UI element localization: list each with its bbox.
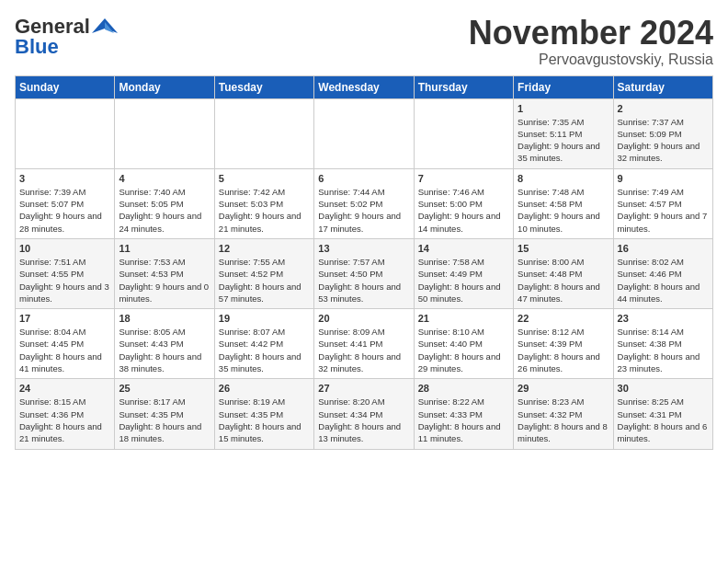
- calendar-cell: 24Sunrise: 8:15 AM Sunset: 4:36 PM Dayli…: [16, 379, 115, 449]
- day-number: 27: [318, 383, 409, 394]
- calendar-week-row: 1Sunrise: 7:35 AM Sunset: 5:11 PM Daylig…: [16, 98, 713, 168]
- day-detail: Sunrise: 8:15 AM Sunset: 4:36 PM Dayligh…: [19, 396, 110, 444]
- calendar-cell: 10Sunrise: 7:51 AM Sunset: 4:55 PM Dayli…: [16, 238, 115, 308]
- day-detail: Sunrise: 8:02 AM Sunset: 4:46 PM Dayligh…: [618, 256, 709, 304]
- day-number: 5: [219, 173, 310, 184]
- calendar-cell: 29Sunrise: 8:23 AM Sunset: 4:32 PM Dayli…: [514, 379, 613, 449]
- day-number: 24: [19, 383, 110, 394]
- day-number: 28: [418, 383, 509, 394]
- page-header: General Blue November 2024 Pervoavgustov…: [15, 15, 713, 68]
- calendar-cell: 28Sunrise: 8:22 AM Sunset: 4:33 PM Dayli…: [414, 379, 513, 449]
- day-number: 20: [318, 313, 409, 324]
- day-detail: Sunrise: 7:57 AM Sunset: 4:50 PM Dayligh…: [318, 256, 409, 304]
- calendar-cell: 8Sunrise: 7:48 AM Sunset: 4:58 PM Daylig…: [514, 168, 613, 238]
- calendar-cell: 12Sunrise: 7:55 AM Sunset: 4:52 PM Dayli…: [214, 238, 313, 308]
- calendar-cell: 6Sunrise: 7:44 AM Sunset: 5:02 PM Daylig…: [314, 168, 414, 238]
- calendar-cell: 23Sunrise: 8:14 AM Sunset: 4:38 PM Dayli…: [613, 309, 712, 379]
- calendar-cell: 2Sunrise: 7:37 AM Sunset: 5:09 PM Daylig…: [613, 98, 712, 168]
- day-number: 1: [518, 103, 609, 114]
- calendar-cell: [314, 98, 414, 168]
- day-number: 3: [19, 173, 110, 184]
- day-detail: Sunrise: 8:07 AM Sunset: 4:42 PM Dayligh…: [219, 326, 310, 374]
- day-number: 29: [518, 383, 609, 394]
- calendar-cell: 20Sunrise: 8:09 AM Sunset: 4:41 PM Dayli…: [314, 309, 414, 379]
- day-number: 13: [318, 243, 409, 254]
- day-number: 17: [19, 313, 110, 324]
- calendar-cell: 25Sunrise: 8:17 AM Sunset: 4:35 PM Dayli…: [115, 379, 214, 449]
- day-detail: Sunrise: 8:05 AM Sunset: 4:43 PM Dayligh…: [119, 326, 210, 374]
- calendar-day-header: Monday: [115, 75, 214, 98]
- calendar-cell: [214, 98, 313, 168]
- day-detail: Sunrise: 8:10 AM Sunset: 4:40 PM Dayligh…: [418, 326, 509, 374]
- calendar-cell: 27Sunrise: 8:20 AM Sunset: 4:34 PM Dayli…: [314, 379, 414, 449]
- day-number: 16: [618, 243, 709, 254]
- day-number: 9: [618, 173, 709, 184]
- day-detail: Sunrise: 8:14 AM Sunset: 4:38 PM Dayligh…: [618, 326, 709, 374]
- day-number: 10: [19, 243, 110, 254]
- calendar-day-header: Wednesday: [314, 75, 414, 98]
- calendar-cell: [115, 98, 214, 168]
- day-number: 4: [119, 173, 210, 184]
- calendar-cell: 22Sunrise: 8:12 AM Sunset: 4:39 PM Dayli…: [514, 309, 613, 379]
- calendar-cell: 16Sunrise: 8:02 AM Sunset: 4:46 PM Dayli…: [613, 238, 712, 308]
- day-detail: Sunrise: 8:04 AM Sunset: 4:45 PM Dayligh…: [19, 326, 110, 374]
- calendar-cell: 14Sunrise: 7:58 AM Sunset: 4:49 PM Dayli…: [414, 238, 513, 308]
- calendar-cell: 1Sunrise: 7:35 AM Sunset: 5:11 PM Daylig…: [514, 98, 613, 168]
- calendar-week-row: 24Sunrise: 8:15 AM Sunset: 4:36 PM Dayli…: [16, 379, 713, 449]
- day-number: 15: [518, 243, 609, 254]
- logo: General Blue: [15, 15, 118, 59]
- day-detail: Sunrise: 7:58 AM Sunset: 4:49 PM Dayligh…: [418, 256, 509, 304]
- day-detail: Sunrise: 7:40 AM Sunset: 5:05 PM Dayligh…: [119, 186, 210, 235]
- day-number: 30: [618, 383, 709, 394]
- location: Pervoavgustovskiy, Russia: [469, 52, 713, 68]
- day-detail: Sunrise: 8:19 AM Sunset: 4:35 PM Dayligh…: [219, 396, 310, 444]
- day-detail: Sunrise: 7:35 AM Sunset: 5:11 PM Dayligh…: [518, 116, 609, 165]
- day-number: 23: [618, 313, 709, 324]
- day-detail: Sunrise: 8:23 AM Sunset: 4:32 PM Dayligh…: [518, 396, 609, 444]
- day-detail: Sunrise: 8:17 AM Sunset: 4:35 PM Dayligh…: [119, 396, 210, 444]
- day-detail: Sunrise: 8:25 AM Sunset: 4:31 PM Dayligh…: [618, 396, 709, 444]
- calendar-cell: 21Sunrise: 8:10 AM Sunset: 4:40 PM Dayli…: [414, 309, 513, 379]
- calendar-week-row: 10Sunrise: 7:51 AM Sunset: 4:55 PM Dayli…: [16, 238, 713, 308]
- calendar-cell: 30Sunrise: 8:25 AM Sunset: 4:31 PM Dayli…: [613, 379, 712, 449]
- day-detail: Sunrise: 8:12 AM Sunset: 4:39 PM Dayligh…: [518, 326, 609, 374]
- day-detail: Sunrise: 8:20 AM Sunset: 4:34 PM Dayligh…: [318, 396, 409, 444]
- title-block: November 2024 Pervoavgustovskiy, Russia: [469, 15, 713, 68]
- calendar-day-header: Sunday: [16, 75, 115, 98]
- day-detail: Sunrise: 8:22 AM Sunset: 4:33 PM Dayligh…: [418, 396, 509, 444]
- calendar-cell: 7Sunrise: 7:46 AM Sunset: 5:00 PM Daylig…: [414, 168, 513, 238]
- month-title: November 2024: [469, 15, 713, 52]
- day-detail: Sunrise: 7:51 AM Sunset: 4:55 PM Dayligh…: [19, 256, 110, 304]
- day-number: 11: [119, 243, 210, 254]
- calendar-day-header: Thursday: [414, 75, 513, 98]
- day-detail: Sunrise: 8:09 AM Sunset: 4:41 PM Dayligh…: [318, 326, 409, 374]
- day-number: 26: [219, 383, 310, 394]
- day-detail: Sunrise: 7:48 AM Sunset: 4:58 PM Dayligh…: [518, 186, 609, 235]
- day-number: 25: [119, 383, 210, 394]
- calendar-day-header: Friday: [514, 75, 613, 98]
- day-number: 2: [618, 103, 709, 114]
- day-number: 22: [518, 313, 609, 324]
- calendar-cell: 4Sunrise: 7:40 AM Sunset: 5:05 PM Daylig…: [115, 168, 214, 238]
- calendar-table: SundayMondayTuesdayWednesdayThursdayFrid…: [15, 75, 713, 450]
- calendar-cell: 5Sunrise: 7:42 AM Sunset: 5:03 PM Daylig…: [214, 168, 313, 238]
- calendar-cell: 9Sunrise: 7:49 AM Sunset: 4:57 PM Daylig…: [613, 168, 712, 238]
- day-number: 7: [418, 173, 509, 184]
- calendar-cell: 13Sunrise: 7:57 AM Sunset: 4:50 PM Dayli…: [314, 238, 414, 308]
- day-number: 12: [219, 243, 310, 254]
- calendar-cell: 18Sunrise: 8:05 AM Sunset: 4:43 PM Dayli…: [115, 309, 214, 379]
- calendar-cell: 15Sunrise: 8:00 AM Sunset: 4:48 PM Dayli…: [514, 238, 613, 308]
- day-number: 18: [119, 313, 210, 324]
- day-detail: Sunrise: 7:49 AM Sunset: 4:57 PM Dayligh…: [618, 186, 709, 235]
- day-detail: Sunrise: 7:37 AM Sunset: 5:09 PM Dayligh…: [618, 116, 709, 165]
- day-number: 6: [318, 173, 409, 184]
- day-number: 21: [418, 313, 509, 324]
- day-number: 14: [418, 243, 509, 254]
- calendar-day-header: Saturday: [613, 75, 712, 98]
- calendar-week-row: 17Sunrise: 8:04 AM Sunset: 4:45 PM Dayli…: [16, 309, 713, 379]
- logo-bird-icon: [92, 17, 118, 37]
- calendar-day-header: Tuesday: [214, 75, 313, 98]
- day-number: 8: [518, 173, 609, 184]
- day-detail: Sunrise: 8:00 AM Sunset: 4:48 PM Dayligh…: [518, 256, 609, 304]
- calendar-week-row: 3Sunrise: 7:39 AM Sunset: 5:07 PM Daylig…: [16, 168, 713, 238]
